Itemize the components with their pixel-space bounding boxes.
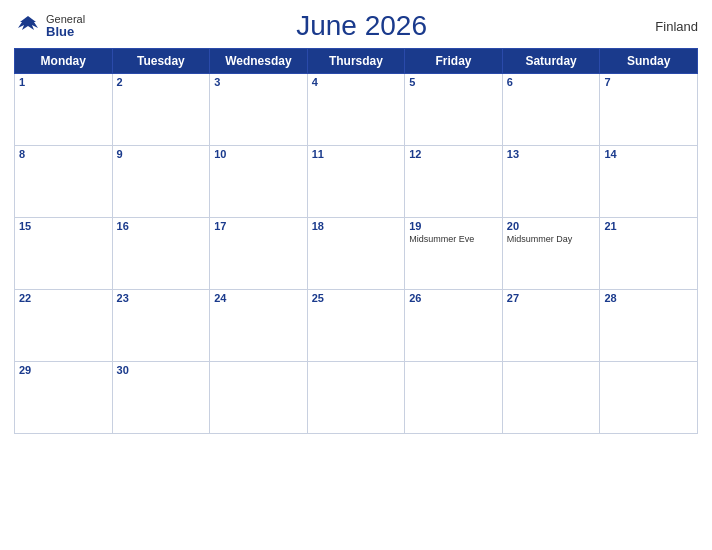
weekday-header-row: Monday Tuesday Wednesday Thursday Friday… [15, 49, 698, 74]
day-number: 8 [19, 148, 108, 160]
calendar-cell [307, 362, 405, 434]
calendar-cell: 18 [307, 218, 405, 290]
calendar-cell: 4 [307, 74, 405, 146]
week-row-3: 1516171819Midsummer Eve20Midsummer Day21 [15, 218, 698, 290]
day-number: 25 [312, 292, 401, 304]
day-number: 17 [214, 220, 303, 232]
calendar-cell: 8 [15, 146, 113, 218]
calendar-table: Monday Tuesday Wednesday Thursday Friday… [14, 48, 698, 434]
day-number: 26 [409, 292, 498, 304]
day-number: 29 [19, 364, 108, 376]
calendar-cell: 11 [307, 146, 405, 218]
calendar-cell: 15 [15, 218, 113, 290]
col-sunday: Sunday [600, 49, 698, 74]
calendar-cell: 17 [210, 218, 308, 290]
calendar-cell: 26 [405, 290, 503, 362]
day-number: 4 [312, 76, 401, 88]
day-number: 12 [409, 148, 498, 160]
calendar-cell: 6 [502, 74, 600, 146]
day-number: 24 [214, 292, 303, 304]
calendar-cell: 13 [502, 146, 600, 218]
calendar-cell: 19Midsummer Eve [405, 218, 503, 290]
col-friday: Friday [405, 49, 503, 74]
week-row-5: 2930 [15, 362, 698, 434]
calendar-page: General Blue June 2026 Finland Monday Tu… [0, 0, 712, 550]
calendar-cell [600, 362, 698, 434]
col-tuesday: Tuesday [112, 49, 210, 74]
day-number: 20 [507, 220, 596, 232]
calendar-cell: 24 [210, 290, 308, 362]
col-wednesday: Wednesday [210, 49, 308, 74]
holiday-label: Midsummer Eve [409, 234, 498, 245]
day-number: 6 [507, 76, 596, 88]
calendar-cell: 7 [600, 74, 698, 146]
holiday-label: Midsummer Day [507, 234, 596, 245]
day-number: 7 [604, 76, 693, 88]
day-number: 14 [604, 148, 693, 160]
calendar-cell: 16 [112, 218, 210, 290]
day-number: 19 [409, 220, 498, 232]
col-saturday: Saturday [502, 49, 600, 74]
country-label: Finland [638, 19, 698, 34]
week-row-4: 22232425262728 [15, 290, 698, 362]
calendar-cell: 14 [600, 146, 698, 218]
day-number: 22 [19, 292, 108, 304]
day-number: 15 [19, 220, 108, 232]
day-number: 16 [117, 220, 206, 232]
week-row-1: 1234567 [15, 74, 698, 146]
day-number: 23 [117, 292, 206, 304]
calendar-cell: 5 [405, 74, 503, 146]
day-number: 27 [507, 292, 596, 304]
day-number: 3 [214, 76, 303, 88]
day-number: 18 [312, 220, 401, 232]
logo: General Blue [14, 12, 85, 40]
day-number: 21 [604, 220, 693, 232]
day-number: 10 [214, 148, 303, 160]
calendar-cell: 30 [112, 362, 210, 434]
col-monday: Monday [15, 49, 113, 74]
calendar-cell: 29 [15, 362, 113, 434]
calendar-cell: 1 [15, 74, 113, 146]
calendar-cell: 20Midsummer Day [502, 218, 600, 290]
calendar-cell: 9 [112, 146, 210, 218]
calendar-cell [405, 362, 503, 434]
header: General Blue June 2026 Finland [14, 10, 698, 42]
day-number: 1 [19, 76, 108, 88]
calendar-cell: 2 [112, 74, 210, 146]
calendar-cell: 23 [112, 290, 210, 362]
day-number: 9 [117, 148, 206, 160]
day-number: 13 [507, 148, 596, 160]
calendar-title: June 2026 [85, 10, 638, 42]
calendar-cell: 10 [210, 146, 308, 218]
day-number: 28 [604, 292, 693, 304]
day-number: 11 [312, 148, 401, 160]
calendar-cell: 22 [15, 290, 113, 362]
calendar-cell [502, 362, 600, 434]
calendar-cell: 25 [307, 290, 405, 362]
day-number: 30 [117, 364, 206, 376]
calendar-cell [210, 362, 308, 434]
calendar-cell: 28 [600, 290, 698, 362]
col-thursday: Thursday [307, 49, 405, 74]
day-number: 2 [117, 76, 206, 88]
week-row-2: 891011121314 [15, 146, 698, 218]
calendar-cell: 3 [210, 74, 308, 146]
calendar-cell: 27 [502, 290, 600, 362]
calendar-cell: 21 [600, 218, 698, 290]
calendar-cell: 12 [405, 146, 503, 218]
logo-text: General Blue [46, 14, 85, 38]
logo-icon [14, 12, 42, 40]
logo-blue: Blue [46, 25, 85, 38]
day-number: 5 [409, 76, 498, 88]
